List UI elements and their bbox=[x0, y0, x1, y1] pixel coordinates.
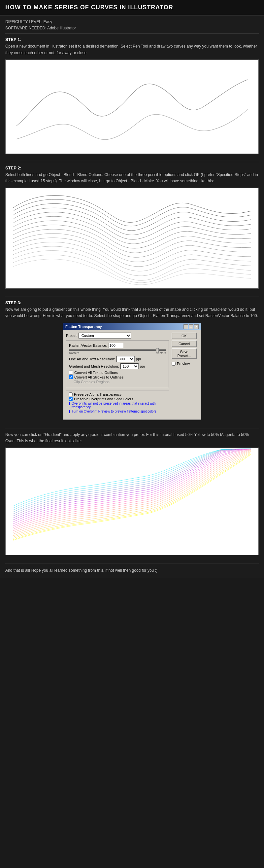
difficulty-value: Easy bbox=[43, 20, 53, 24]
flatten-transparency-dialog: Flatten Transparency _ □ ✕ Preset Custom bbox=[63, 323, 201, 420]
check5-row: Preserve Overprints and Spot Colors bbox=[69, 397, 166, 401]
step2-svg bbox=[6, 188, 258, 287]
step2-title: STEP 2: bbox=[5, 165, 259, 170]
warning1-text: Overprints will not be preserved in area… bbox=[72, 402, 166, 409]
line-art-label: Line Art and Text Resolution: bbox=[69, 357, 115, 361]
preset-label: Preset bbox=[66, 334, 76, 338]
save-preset-button[interactable]: Save Preset... bbox=[172, 348, 197, 359]
step1-image bbox=[5, 59, 259, 154]
raster-vector-input[interactable] bbox=[108, 343, 124, 348]
step4-image bbox=[5, 447, 259, 555]
preview-row: Preview bbox=[172, 362, 198, 366]
preset-row: Preset Custom bbox=[66, 333, 169, 339]
header: HOW TO MAKE SERIES OF CURVES IN ILLUSTRA… bbox=[0, 0, 264, 16]
gradient-select[interactable]: 150 bbox=[121, 363, 139, 369]
step1-section: STEP 1: Open a new document in Illustrat… bbox=[0, 34, 264, 161]
warning2: ℹ Turn on Overprint Preview to preview f… bbox=[69, 409, 166, 414]
dialog-minimize-btn[interactable]: _ bbox=[184, 324, 188, 329]
check5-label: Preserve Overprints and Spot Colors bbox=[74, 397, 133, 401]
svg-rect-0 bbox=[7, 60, 257, 152]
dialog-maximize-btn[interactable]: □ bbox=[189, 324, 193, 329]
gradient-unit: ppi bbox=[140, 364, 145, 368]
clip-complex-label: Clip Complex Regions bbox=[74, 380, 166, 384]
check1-row: Convert All Text to Outlines bbox=[69, 371, 166, 375]
svg-rect-1 bbox=[7, 188, 257, 287]
dialog-right-panel: OK Cancel Save Preset... Preview bbox=[172, 333, 198, 417]
preset-select[interactable]: Custom bbox=[78, 333, 131, 339]
step1-svg bbox=[6, 60, 258, 152]
software-label: SOFTWARE NEEDED: bbox=[5, 26, 46, 30]
line-art-select[interactable]: 300 bbox=[117, 356, 135, 362]
slider-row bbox=[69, 349, 166, 351]
gradient-label: Gradient and Mesh Resolution: bbox=[69, 364, 119, 368]
dialog-titlebar-buttons: _ □ ✕ bbox=[184, 324, 199, 329]
check2-row: Convert All Strokes to Outlines bbox=[69, 375, 166, 379]
dialog-left-panel: Preset Custom Raster /Vector Balance: bbox=[66, 333, 169, 417]
line-art-row: Line Art and Text Resolution: 300 ppi bbox=[69, 356, 166, 362]
step1-title: STEP 1: bbox=[5, 37, 259, 42]
line-art-unit: ppi bbox=[136, 357, 141, 361]
raster-vector-slider[interactable] bbox=[69, 349, 166, 351]
cancel-button[interactable]: Cancel bbox=[172, 341, 197, 347]
check4-checkbox[interactable] bbox=[69, 392, 73, 396]
warning2-text: Turn on Overprint Preview to preview fla… bbox=[72, 409, 157, 413]
step3-section: STEP 3: Now we are going to put a gradie… bbox=[0, 297, 264, 428]
step4-svg bbox=[6, 448, 258, 554]
meta-info: DIFFICULTY LEVEL: Easy SOFTWARE NEEDED: … bbox=[0, 16, 264, 33]
check2-label: Convert All Strokes to Outlines bbox=[74, 375, 124, 379]
dialog-lower: Preserve Alpha Transparency Preserve Ove… bbox=[66, 390, 169, 417]
dialog-close-btn[interactable]: ✕ bbox=[194, 324, 199, 329]
dialog-body: Preset Custom Raster /Vector Balance: bbox=[63, 330, 201, 420]
footer-content: And that is all! Hope you all learned so… bbox=[5, 568, 157, 573]
dialog-title: Flatten Transparency bbox=[65, 325, 102, 329]
step2-section: STEP 2: Select both lines and go Object … bbox=[0, 162, 264, 297]
software-value: Adobe Illustrator bbox=[47, 26, 76, 30]
gradient-row: Gradient and Mesh Resolution: 150 ppi bbox=[69, 363, 166, 369]
footer-text: And that is all! Hope you all learned so… bbox=[0, 563, 264, 578]
slider-labels: Rasters Vectors bbox=[69, 351, 166, 355]
check2-checkbox[interactable] bbox=[69, 375, 73, 379]
check5-checkbox[interactable] bbox=[69, 397, 73, 401]
warning2-icon: ℹ bbox=[69, 409, 70, 414]
check4-row: Preserve Alpha Transparency bbox=[69, 392, 166, 396]
step3-desc: Now we are going to put a gradient on th… bbox=[5, 307, 259, 319]
step3-title: STEP 3: bbox=[5, 300, 259, 305]
page-title: HOW TO MAKE SERIES OF CURVES IN ILLUSTRA… bbox=[5, 4, 259, 11]
step2-image bbox=[5, 188, 259, 289]
difficulty-label: DIFFICULTY LEVEL: bbox=[5, 20, 42, 24]
page-wrapper: HOW TO MAKE SERIES OF CURVES IN ILLUSTRA… bbox=[0, 0, 264, 578]
warning1: ℹ Overprints will not be preserved in ar… bbox=[69, 402, 166, 409]
step1-desc: Open a new document in Illustrator, set … bbox=[5, 43, 259, 56]
dialog-titlebar: Flatten Transparency _ □ ✕ bbox=[63, 323, 201, 330]
preview-label: Preview bbox=[177, 362, 190, 366]
step4-section: Now you can click on "Gradient" and appl… bbox=[0, 428, 264, 563]
settings-groupbox: Raster /Vector Balance: Rasters Vectors bbox=[66, 341, 169, 388]
check1-label: Convert All Text to Outlines bbox=[74, 371, 118, 375]
warning1-icon: ℹ bbox=[69, 402, 70, 406]
check1-checkbox[interactable] bbox=[69, 371, 73, 375]
raster-vector-label: Raster /Vector Balance: bbox=[69, 343, 107, 347]
raster-vector-row: Raster /Vector Balance: bbox=[69, 343, 166, 348]
ok-button[interactable]: OK bbox=[172, 333, 197, 339]
step2-desc: Select both lines and go Object - Blend … bbox=[5, 172, 259, 184]
preview-checkbox[interactable] bbox=[172, 362, 175, 366]
step4-desc: Now you can click on "Gradient" and appl… bbox=[5, 432, 259, 444]
slider-thumb bbox=[156, 348, 159, 352]
check4-label: Preserve Alpha Transparency bbox=[74, 392, 122, 396]
rasters-label: Rasters bbox=[69, 351, 79, 355]
